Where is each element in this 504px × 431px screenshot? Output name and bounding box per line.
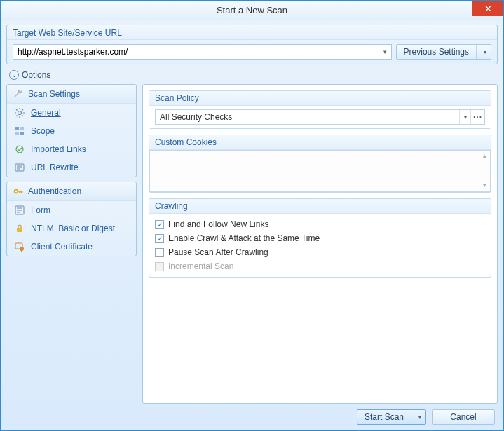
sidebar-item-form[interactable]: Form <box>7 201 136 219</box>
cancel-label: Cancel <box>450 412 476 422</box>
start-scan-button[interactable]: Start Scan ▾ <box>357 409 426 425</box>
content-area: Target Web Site/Service URL http://aspne… <box>1 20 503 430</box>
scan-settings-panel: Scan Settings General Scope <box>6 84 137 177</box>
sidebar-item-url-rewrite[interactable]: URL Rewrite <box>7 158 136 177</box>
authentication-header: Authentication <box>7 182 136 201</box>
checkbox-label: Find and Follow New Links <box>168 219 268 229</box>
scan-policy-select[interactable]: All Security Checks ▾ ··· <box>155 109 485 125</box>
svg-rect-10 <box>17 228 22 232</box>
svg-rect-3 <box>15 132 19 135</box>
form-icon <box>14 205 25 216</box>
links-icon <box>14 144 25 155</box>
checkbox-label: Incremental Scan <box>168 261 233 271</box>
custom-cookies-textarea[interactable]: ▴ ▾ <box>149 150 491 192</box>
checkbox-icon: ✓ <box>155 220 164 229</box>
certificate-icon <box>14 241 25 252</box>
scroll-down-icon[interactable]: ▾ <box>480 182 489 190</box>
close-button[interactable]: ✕ <box>472 1 503 16</box>
window-title: Start a New Scan <box>217 5 287 15</box>
cancel-button[interactable]: Cancel <box>432 409 495 425</box>
sidebar-item-label: NTLM, Basic or Digest <box>31 224 115 233</box>
options-toggle[interactable]: ⌄ Options <box>6 69 498 84</box>
crawling-options: ✓ Find and Follow New Links ✓ Enable Cra… <box>149 214 491 277</box>
settings-panel: Scan Policy All Security Checks ▾ ··· Cu… <box>142 84 498 404</box>
checkbox-find-follow-links[interactable]: ✓ Find and Follow New Links <box>155 217 485 231</box>
lock-icon <box>14 223 25 234</box>
previous-settings-label: Previous Settings <box>397 45 477 59</box>
sidebar-item-imported-links[interactable]: Imported Links <box>7 140 136 158</box>
svg-point-0 <box>18 111 22 115</box>
target-url-value: http://aspnet.testsparker.com/ <box>18 47 128 57</box>
custom-cookies-header: Custom Cookies <box>149 135 491 150</box>
dropdown-caret-icon: ▾ <box>383 48 387 55</box>
sidebar-item-label: Client Certificate <box>31 242 93 252</box>
start-scan-label: Start Scan <box>357 410 411 424</box>
checkbox-icon <box>155 262 164 271</box>
key-icon <box>13 186 24 197</box>
target-url-label: Target Web Site/Service URL <box>7 25 497 40</box>
checkbox-incremental-scan: Incremental Scan <box>155 259 485 273</box>
svg-rect-4 <box>20 132 24 135</box>
collapse-icon: ⌄ <box>9 70 19 80</box>
sidebar-item-label: URL Rewrite <box>31 163 79 172</box>
authentication-panel: Authentication Form NTLM, Basic or Diges… <box>6 182 137 256</box>
sidebar-item-label: Imported Links <box>31 144 86 154</box>
options-label: Options <box>22 70 50 80</box>
scope-icon <box>14 125 25 137</box>
target-url-group: Target Web Site/Service URL http://aspne… <box>6 25 498 64</box>
sidebar: Scan Settings General Scope <box>6 84 137 404</box>
sidebar-item-ntlm[interactable]: NTLM, Basic or Digest <box>7 219 136 238</box>
sidebar-item-label: Scope <box>31 126 55 136</box>
scan-policy-group: Scan Policy All Security Checks ▾ ··· <box>149 90 491 129</box>
sidebar-item-label: Form <box>31 205 50 215</box>
titlebar: Start a New Scan ✕ <box>1 1 503 20</box>
wrench-icon <box>13 88 24 100</box>
scroll-up-icon[interactable]: ▴ <box>480 152 489 160</box>
close-icon: ✕ <box>484 4 492 14</box>
svg-point-8 <box>15 191 17 192</box>
rewrite-icon <box>14 162 25 173</box>
svg-rect-1 <box>15 127 19 130</box>
checkbox-crawl-attack[interactable]: ✓ Enable Crawl & Attack at the Same Time <box>155 231 485 245</box>
crawling-group: Crawling ✓ Find and Follow New Links ✓ E… <box>149 198 491 278</box>
gear-icon <box>14 107 25 118</box>
sidebar-item-client-certificate[interactable]: Client Certificate <box>7 238 136 256</box>
checkbox-label: Pause Scan After Crawling <box>168 247 268 257</box>
chevron-down-icon[interactable]: ▾ <box>414 414 425 420</box>
checkbox-pause-after-crawl[interactable]: Pause Scan After Crawling <box>155 245 485 259</box>
ellipsis-button[interactable]: ··· <box>470 110 484 124</box>
crawling-header: Crawling <box>149 199 491 214</box>
chevron-down-icon[interactable]: ▾ <box>479 49 491 55</box>
custom-cookies-group: Custom Cookies ▴ ▾ <box>149 135 491 193</box>
chevron-down-icon[interactable]: ▾ <box>459 110 470 124</box>
scan-policy-header: Scan Policy <box>149 91 491 106</box>
checkbox-icon: ✓ <box>155 234 164 243</box>
dialog-window: Start a New Scan ✕ Target Web Site/Servi… <box>0 0 504 431</box>
svg-rect-2 <box>20 127 24 130</box>
checkbox-label: Enable Crawl & Attack at the Same Time <box>168 233 320 243</box>
scan-settings-header: Scan Settings <box>7 85 136 104</box>
main-area: Scan Settings General Scope <box>6 84 498 404</box>
dialog-footer: Start Scan ▾ Cancel <box>6 404 498 426</box>
scan-policy-value: All Security Checks <box>156 112 459 122</box>
sidebar-item-scope[interactable]: Scope <box>7 122 136 140</box>
sidebar-item-label: General <box>31 108 61 118</box>
previous-settings-button[interactable]: Previous Settings ▾ <box>396 44 491 60</box>
target-url-input[interactable]: http://aspnet.testsparker.com/ ▾ <box>13 44 392 60</box>
sidebar-item-general[interactable]: General <box>7 104 136 122</box>
checkbox-icon <box>155 248 164 257</box>
